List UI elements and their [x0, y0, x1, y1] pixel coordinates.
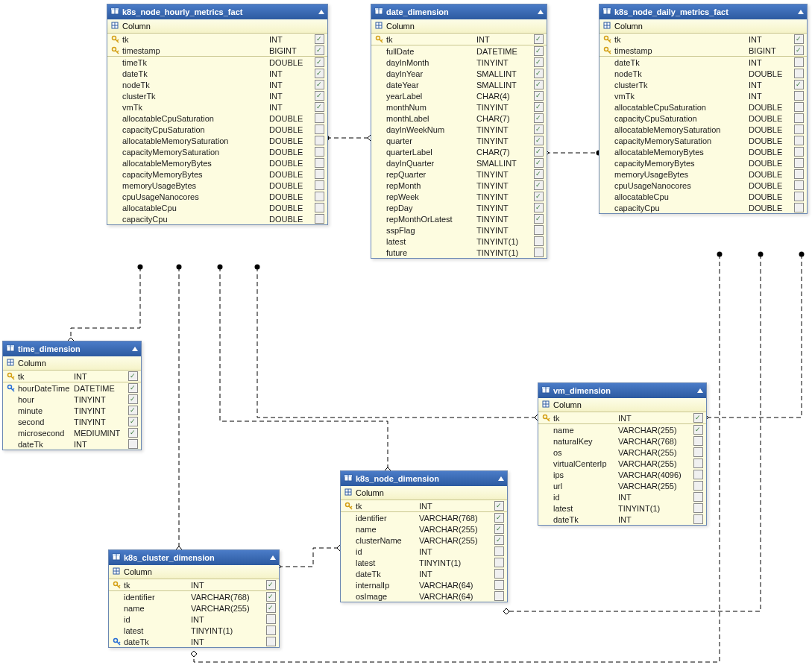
column-checkbox[interactable] — [533, 158, 544, 168]
column-checkbox[interactable] — [693, 470, 703, 479]
column-checkbox[interactable] — [533, 113, 544, 123]
table-row[interactable]: cpuUsageNanocoresDOUBLE — [107, 191, 327, 202]
table-row[interactable]: capacityMemoryBytesDOUBLE — [107, 168, 327, 180]
column-checkbox[interactable] — [533, 236, 544, 246]
table-row[interactable]: idINT — [341, 546, 507, 557]
column-checkbox[interactable] — [793, 80, 804, 89]
table-row[interactable]: identifierVARCHAR(768) — [109, 590, 279, 602]
column-checkbox[interactable] — [693, 425, 703, 435]
column-checkbox[interactable] — [693, 459, 703, 468]
table-row[interactable]: idINT — [538, 491, 706, 502]
table-row[interactable]: osVARCHAR(255) — [538, 447, 706, 458]
table-row[interactable]: timestampBIGINT — [599, 45, 807, 56]
column-checkbox[interactable] — [533, 192, 544, 201]
table-row[interactable]: capacityCpuSaturationDOUBLE — [107, 124, 327, 135]
column-checkbox[interactable] — [494, 580, 504, 590]
column-checkbox[interactable] — [793, 57, 804, 67]
table-row[interactable]: hourTINYINT — [3, 394, 141, 405]
table-row[interactable]: virtualCenterIpVARCHAR(255) — [538, 458, 706, 469]
table-row[interactable]: repWeekTINYINT — [371, 191, 547, 202]
column-checkbox[interactable] — [314, 80, 324, 89]
column-checkbox[interactable] — [128, 406, 138, 415]
collapse-icon[interactable] — [538, 10, 544, 14]
table-row[interactable]: yearLabelCHAR(4) — [371, 90, 547, 101]
column-checkbox[interactable] — [533, 248, 544, 257]
column-checkbox[interactable] — [314, 180, 324, 190]
table-row[interactable]: dayInWeekNumTINYINT — [371, 124, 547, 135]
table-row[interactable]: timestampBIGINT — [107, 45, 327, 56]
column-checkbox[interactable] — [265, 626, 276, 635]
table-row[interactable]: nameVARCHAR(255) — [109, 602, 279, 614]
table-cluster_dim[interactable]: k8s_cluster_dimensionColumntkINTidentifi… — [108, 549, 280, 648]
table-row[interactable]: tkINT — [371, 34, 547, 45]
table-row[interactable]: sspFlagTINYINT — [371, 224, 547, 236]
table-row[interactable]: repDayTINYINT — [371, 202, 547, 213]
table-row[interactable]: monthLabelCHAR(7) — [371, 113, 547, 124]
table-time_dim[interactable]: time_dimensionColumntkINThourDateTimeDAT… — [2, 341, 142, 450]
column-checkbox[interactable] — [533, 102, 544, 112]
column-checkbox[interactable] — [793, 102, 804, 112]
column-checkbox[interactable] — [793, 203, 804, 212]
column-checkbox[interactable] — [533, 125, 544, 134]
table-row[interactable]: dateTkINT — [3, 438, 141, 450]
table-row[interactable]: allocatableMemoryBytesDOUBLE — [107, 157, 327, 168]
table-row[interactable]: quarterTINYINT — [371, 135, 547, 146]
column-checkbox[interactable] — [494, 591, 504, 601]
table-row[interactable]: memoryUsageBytesDOUBLE — [107, 180, 327, 191]
column-checkbox[interactable] — [793, 136, 804, 145]
table-row[interactable]: allocatableMemorySaturationDOUBLE — [107, 135, 327, 146]
table-row[interactable]: nodeTkDOUBLE — [599, 68, 807, 79]
table-row[interactable]: tkINT — [341, 500, 507, 511]
table-row[interactable]: tkINT — [599, 34, 807, 45]
table-header[interactable]: k8s_node_hourly_metrics_fact — [107, 4, 327, 19]
column-checkbox[interactable] — [314, 102, 324, 112]
table-header[interactable]: k8s_node_dimension — [341, 471, 507, 486]
table-row[interactable]: dateTkINT — [109, 636, 279, 647]
table-row[interactable]: latestTINYINT(1) — [371, 236, 547, 247]
table-row[interactable]: dayInQuarterSMALLINT — [371, 157, 547, 168]
column-checkbox[interactable] — [793, 158, 804, 168]
table-header[interactable]: k8s_cluster_dimension — [109, 550, 279, 565]
table-row[interactable]: nameVARCHAR(255) — [538, 423, 706, 435]
table-row[interactable]: fullDateDATETIME — [371, 45, 547, 57]
column-checkbox[interactable] — [533, 57, 544, 67]
table-header[interactable]: date_dimension — [371, 4, 547, 19]
column-checkbox[interactable] — [494, 569, 504, 579]
column-checkbox[interactable] — [693, 481, 703, 491]
table-row[interactable]: dateTkINT — [599, 56, 807, 68]
table-row[interactable]: minuteTINYINT — [3, 405, 141, 416]
table-row[interactable]: clusterNameVARCHAR(255) — [341, 535, 507, 546]
table-row[interactable]: clusterTkINT — [107, 90, 327, 101]
table-row[interactable]: latestTINYINT(1) — [538, 502, 706, 514]
column-checkbox[interactable] — [533, 225, 544, 235]
table-row[interactable]: microsecondMEDIUMINT — [3, 427, 141, 438]
table-header[interactable]: k8s_node_daily_metrics_fact — [599, 4, 807, 19]
table-row[interactable]: hourDateTimeDATETIME — [3, 382, 141, 394]
column-checkbox[interactable] — [693, 447, 703, 457]
column-checkbox[interactable] — [793, 91, 804, 101]
table-row[interactable]: latestTINYINT(1) — [341, 557, 507, 568]
column-checkbox[interactable] — [494, 501, 504, 511]
table-row[interactable]: allocatableMemoryBytesDOUBLE — [599, 146, 807, 157]
column-checkbox[interactable] — [314, 69, 324, 78]
table-row[interactable]: osImageVARCHAR(64) — [341, 590, 507, 602]
table-row[interactable]: tkINT — [538, 412, 706, 423]
table-row[interactable]: tkINT — [107, 34, 327, 45]
column-checkbox[interactable] — [128, 383, 138, 393]
column-checkbox[interactable] — [533, 69, 544, 78]
column-checkbox[interactable] — [128, 428, 138, 438]
column-checkbox[interactable] — [314, 214, 324, 224]
table-header[interactable]: vm_dimension — [538, 383, 706, 398]
table-row[interactable]: ipsVARCHAR(4096) — [538, 469, 706, 480]
column-checkbox[interactable] — [693, 514, 703, 524]
table-row[interactable]: urlVARCHAR(255) — [538, 480, 706, 491]
column-checkbox[interactable] — [533, 46, 544, 56]
column-checkbox[interactable] — [314, 91, 324, 101]
column-checkbox[interactable] — [693, 503, 703, 513]
table-row[interactable]: capacityCpuDOUBLE — [599, 202, 807, 213]
table-row[interactable]: vmTkINT — [599, 90, 807, 101]
collapse-icon[interactable] — [132, 347, 138, 351]
collapse-icon[interactable] — [270, 555, 276, 560]
table-row[interactable]: capacityMemoryBytesDOUBLE — [599, 157, 807, 168]
column-checkbox[interactable] — [693, 492, 703, 502]
